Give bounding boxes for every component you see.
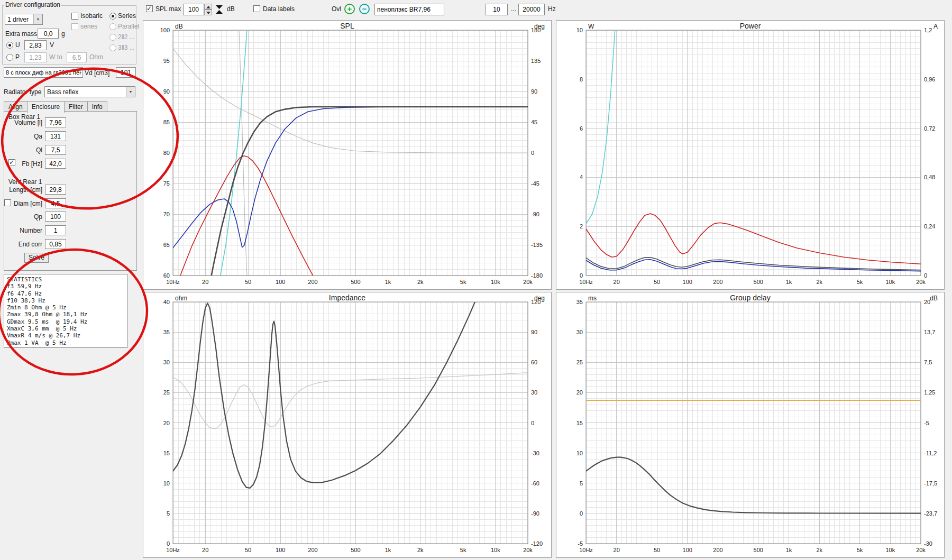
svg-text:5k: 5k [857, 547, 863, 553]
ql-field[interactable] [45, 145, 66, 155]
qa-field[interactable] [45, 131, 66, 141]
isobaric-checkbox[interactable] [71, 13, 78, 20]
radiator-type-dropdown[interactable]: Bass reflex [44, 86, 135, 97]
power-ohm-field[interactable] [67, 52, 87, 62]
chevron-down-icon[interactable] [33, 14, 42, 24]
svg-text:1k: 1k [786, 547, 792, 553]
spl-max-field[interactable] [183, 4, 204, 15]
solve-button[interactable]: Solve [24, 253, 49, 263]
series-checkbox[interactable] [71, 23, 78, 30]
fb-field[interactable] [45, 159, 66, 169]
svg-text:-5: -5 [924, 420, 929, 426]
two-parallel-radio[interactable] [109, 34, 116, 41]
svg-text:200: 200 [713, 547, 722, 553]
tab-enclosure[interactable]: Enclosure [27, 101, 65, 113]
vd-field[interactable] [116, 67, 136, 78]
ovl-label: Ovl [332, 5, 341, 13]
svg-text:4: 4 [580, 174, 583, 180]
power-plot: 10864201,20,960,720,480,24010Hz205010020… [556, 21, 944, 289]
svg-text:-90: -90 [531, 211, 539, 217]
tab-info[interactable]: Info [87, 101, 107, 112]
svg-text:0: 0 [580, 510, 583, 517]
power-field[interactable] [24, 52, 47, 62]
extra-mass-field[interactable] [38, 29, 59, 39]
svg-text:70: 70 [163, 211, 170, 217]
spinner-down-icon[interactable] [204, 10, 212, 15]
tab-align[interactable]: Align [4, 101, 28, 112]
svg-text:0,96: 0,96 [924, 76, 935, 82]
svg-text:0: 0 [580, 272, 583, 279]
radiator-type-label: Radiator type [4, 88, 41, 96]
svg-text:200: 200 [308, 547, 317, 553]
svg-text:50: 50 [245, 547, 251, 553]
spl-max-checkbox[interactable] [146, 5, 153, 12]
freq-to-field[interactable] [518, 4, 545, 15]
chevron-down-icon[interactable] [126, 87, 135, 97]
qp-field[interactable] [45, 212, 66, 222]
number-field[interactable] [45, 225, 66, 235]
voltage-radio[interactable] [6, 42, 13, 49]
svg-text:20k: 20k [523, 279, 533, 285]
spl-max-spinner[interactable] [204, 4, 212, 15]
number-label: Number [0, 227, 42, 234]
power-chart-panel: 10864201,20,960,720,480,24010Hz205010020… [556, 20, 945, 290]
svg-text:5: 5 [167, 510, 170, 517]
voltage-field[interactable] [24, 40, 47, 50]
overlay-name-field[interactable] [374, 4, 444, 15]
diam-field[interactable] [45, 198, 66, 208]
remove-overlay-button[interactable]: − [359, 4, 370, 14]
tab-filter[interactable]: Filter [64, 101, 88, 112]
svg-text:1,25: 1,25 [924, 389, 935, 396]
group-delay-chart-title: Group delay [556, 293, 944, 302]
length-field[interactable] [45, 185, 66, 195]
power-right-unit: A [933, 23, 938, 30]
svg-text:500: 500 [754, 547, 763, 553]
freq-from-field[interactable] [486, 4, 508, 15]
svg-text:5k: 5k [460, 547, 466, 553]
add-overlay-button[interactable]: + [344, 4, 355, 14]
impedance-plot: 40353025201510501209060300-30-60-90-1201… [143, 292, 551, 557]
svg-text:-90: -90 [531, 510, 539, 517]
spinner-up-icon[interactable] [204, 4, 212, 10]
top-toolbar: SPL max dB Data labels Ovl + − ... Hz [141, 0, 952, 20]
svg-text:0: 0 [924, 272, 927, 279]
autoscale-icon[interactable] [215, 4, 224, 16]
svg-text:200: 200 [713, 279, 722, 285]
series-radio[interactable] [109, 13, 116, 20]
svg-text:0,48: 0,48 [924, 174, 935, 180]
impedance-right-unit: deg [534, 295, 545, 302]
extra-mass-label: Extra mass [5, 30, 35, 38]
power-radio[interactable] [6, 54, 13, 61]
impedance-chart-title: Impedance [143, 293, 551, 302]
svg-text:60: 60 [531, 359, 537, 365]
spl-left-unit: dB [175, 23, 183, 30]
svg-text:100: 100 [276, 547, 285, 553]
svg-text:50: 50 [654, 547, 660, 553]
svg-text:10k: 10k [491, 547, 500, 553]
driver-name-field[interactable] [4, 67, 83, 78]
svg-text:1k: 1k [385, 547, 391, 553]
volume-field[interactable] [45, 117, 66, 127]
svg-text:20k: 20k [916, 547, 926, 553]
svg-text:100: 100 [276, 279, 285, 285]
three-parallel-radio[interactable] [109, 44, 116, 51]
svg-text:20: 20 [614, 279, 620, 285]
svg-text:200: 200 [308, 279, 317, 285]
svg-text:95: 95 [163, 58, 170, 64]
svg-text:30: 30 [163, 359, 170, 365]
data-labels-checkbox[interactable] [253, 5, 260, 12]
svg-text:-135: -135 [531, 242, 543, 248]
fb-checkbox[interactable] [8, 159, 15, 166]
parallel-radio[interactable] [109, 23, 116, 30]
svg-text:2k: 2k [417, 279, 424, 285]
isobaric-label: Isobaric [80, 12, 103, 20]
svg-text:0,24: 0,24 [924, 223, 935, 229]
svg-text:5k: 5k [460, 279, 466, 285]
spl-plot: 100959085807570656018013590450-45-90-135… [143, 21, 551, 289]
svg-text:2k: 2k [417, 547, 424, 553]
qa-label: Qa [0, 133, 42, 140]
svg-text:20: 20 [202, 547, 208, 553]
diam-checkbox[interactable] [4, 199, 11, 206]
endcorr-field[interactable] [45, 239, 66, 249]
driver-count-dropdown[interactable]: 1 driver [5, 14, 43, 25]
